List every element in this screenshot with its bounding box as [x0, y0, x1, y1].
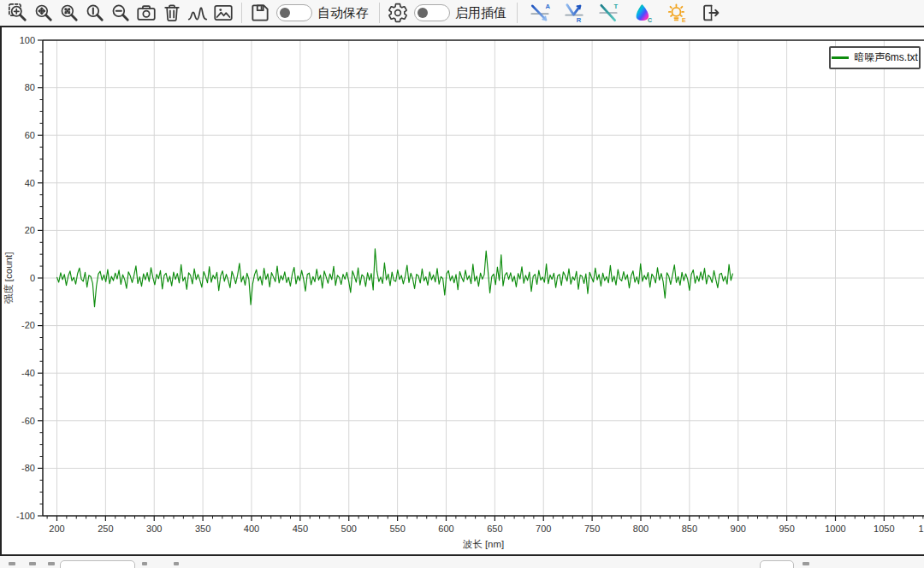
- toolbar-separator: [379, 3, 380, 23]
- legend-series-label: 暗噪声6ms.txt: [854, 50, 918, 65]
- x-tick-label-clipped: 1: [919, 524, 924, 534]
- statusbar-input-partial[interactable]: [760, 560, 794, 568]
- reflectance-icon: R: [563, 2, 585, 24]
- save-icon: [249, 2, 271, 24]
- lightbulb-icon: E: [666, 2, 688, 24]
- x-tick-label: 800: [633, 524, 649, 534]
- trash-icon: [161, 2, 183, 24]
- x-tick-label: 200: [49, 524, 64, 534]
- toggle-knob: [280, 8, 290, 18]
- save-button[interactable]: [247, 1, 273, 25]
- x-tick-label: 250: [98, 524, 113, 534]
- pan-zoom-button[interactable]: [31, 1, 56, 25]
- statusbar-text-fragment: [29, 562, 36, 565]
- x-tick-label: 1000: [825, 524, 845, 534]
- statusbar-text-fragment: [803, 562, 809, 565]
- statusbar-input-partial[interactable]: [60, 560, 135, 568]
- statusbar-partial: [0, 556, 924, 568]
- y-tick-label: -40: [21, 368, 35, 378]
- x-axis-title: 波长 [nm]: [463, 539, 505, 549]
- x-tick-label: 500: [341, 524, 357, 534]
- x-tick-label: 450: [293, 524, 308, 534]
- x-tick-label: 700: [536, 524, 551, 534]
- image-icon: [212, 2, 234, 24]
- peaks-button[interactable]: [185, 1, 210, 25]
- settings-button[interactable]: [385, 1, 411, 25]
- toolbar-separator: [241, 3, 242, 23]
- gear-icon: [387, 2, 409, 24]
- zoom-one-to-one-icon: [84, 2, 106, 24]
- zoom-out-button[interactable]: [108, 1, 133, 25]
- pan-zoom-icon: [33, 2, 55, 24]
- exit-door-icon: [700, 2, 722, 24]
- svg-text:T: T: [614, 3, 619, 10]
- transmittance-mode-button[interactable]: T: [595, 1, 621, 25]
- interpolation-label: 启用插值: [455, 5, 506, 21]
- zoom-out-icon: [110, 2, 132, 24]
- exit-button[interactable]: [698, 1, 724, 25]
- spectrum-plot-canvas[interactable]: 2002503003504004505005506006507007508008…: [2, 27, 924, 554]
- x-tick-label: 1050: [874, 524, 894, 534]
- statusbar-text-fragment: [9, 562, 15, 565]
- svg-text:R: R: [577, 16, 582, 24]
- toggle-knob: [418, 8, 428, 18]
- y-tick-label: 80: [25, 82, 35, 92]
- zoom-reset-icon: [58, 2, 80, 24]
- svg-text:A: A: [546, 3, 551, 10]
- reflectance-mode-button[interactable]: R: [561, 1, 587, 25]
- plot-region: 2002503003504004505005506006507007508008…: [0, 26, 924, 556]
- statusbar-text-fragment: [48, 562, 55, 565]
- y-tick-label: -100: [16, 511, 35, 521]
- screenshot-button[interactable]: [133, 1, 159, 25]
- spectrometer-app-window: 自动保存 启用插值 A: [0, 0, 924, 568]
- main-toolbar: 自动保存 启用插值 A: [0, 0, 924, 26]
- clear-button[interactable]: [159, 1, 185, 25]
- transmittance-icon: T: [597, 2, 619, 24]
- color-mode-button[interactable]: C: [630, 1, 655, 25]
- x-tick-label: 400: [244, 524, 259, 534]
- x-tick-label: 350: [195, 524, 210, 534]
- emission-mode-button[interactable]: E: [664, 1, 690, 25]
- camera-icon: [135, 2, 157, 24]
- statusbar-text-fragment: [142, 562, 147, 565]
- x-tick-label: 550: [389, 524, 405, 534]
- zoom-one-to-one-button[interactable]: [82, 1, 108, 25]
- svg-text:E: E: [682, 17, 686, 23]
- y-tick-label: 100: [20, 35, 35, 45]
- absorbance-icon: A: [529, 2, 551, 24]
- auto-save-label: 自动保存: [317, 5, 369, 21]
- x-tick-label: 650: [487, 524, 502, 534]
- zoom-reset-button[interactable]: [56, 1, 82, 25]
- x-tick-label: 300: [146, 524, 162, 534]
- y-tick-label: -80: [21, 463, 35, 473]
- absorbance-mode-button[interactable]: A: [527, 1, 553, 25]
- y-tick-label: -20: [21, 320, 35, 330]
- x-tick-label: 900: [731, 524, 746, 534]
- x-tick-label: 750: [584, 524, 600, 534]
- x-tick-label: 600: [438, 524, 453, 534]
- plot-legend[interactable]: 暗噪声6ms.txt: [829, 46, 921, 69]
- statusbar-text-fragment: [174, 562, 179, 565]
- y-tick-label: -60: [21, 416, 35, 426]
- x-tick-label: 950: [779, 524, 794, 534]
- interpolation-toggle[interactable]: [414, 4, 450, 21]
- y-axis-title: 强度 [count]: [3, 252, 14, 305]
- x-tick-label: 850: [682, 524, 697, 534]
- y-tick-label: 60: [25, 130, 35, 140]
- toolbar-separator: [517, 3, 518, 23]
- y-tick-label: 0: [30, 273, 35, 283]
- y-tick-label: 20: [25, 225, 35, 235]
- zoom-area-icon: [7, 2, 29, 24]
- export-image-button[interactable]: [210, 1, 236, 25]
- y-tick-label: 40: [25, 178, 35, 188]
- cie-color-icon: C: [631, 2, 654, 24]
- svg-text:C: C: [648, 17, 652, 23]
- spectrum-peaks-icon: [187, 2, 209, 24]
- zoom-area-button[interactable]: [5, 1, 31, 25]
- auto-save-toggle[interactable]: [276, 4, 312, 21]
- legend-line-swatch: [832, 56, 849, 59]
